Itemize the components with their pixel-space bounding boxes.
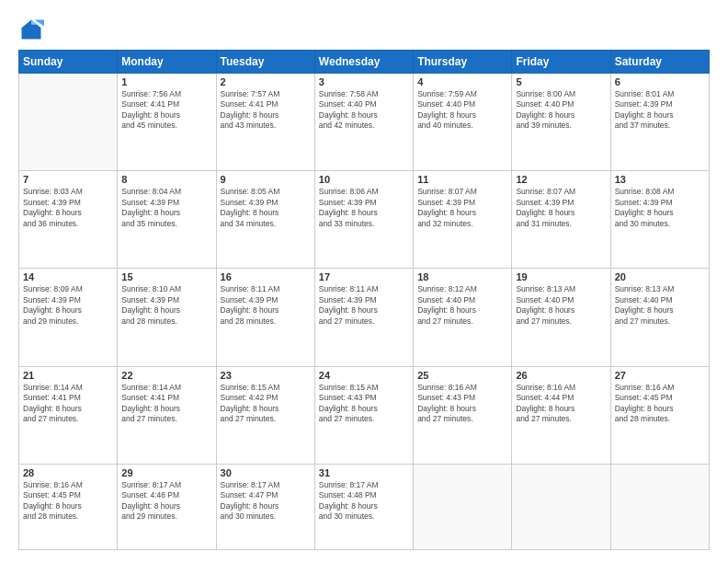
day-info: Sunrise: 8:17 AM Sunset: 4:48 PM Dayligh… xyxy=(319,480,409,523)
day-info: Sunrise: 8:04 AM Sunset: 4:39 PM Dayligh… xyxy=(121,187,211,229)
calendar-day-cell: 19Sunrise: 8:13 AM Sunset: 4:40 PM Dayli… xyxy=(512,269,610,366)
calendar-week-row: 28Sunrise: 8:16 AM Sunset: 4:45 PM Dayli… xyxy=(19,464,710,549)
logo xyxy=(18,17,48,42)
calendar-table: SundayMondayTuesdayWednesdayThursdayFrid… xyxy=(18,50,710,550)
day-number: 16 xyxy=(221,271,311,282)
calendar-day-cell: 17Sunrise: 8:11 AM Sunset: 4:39 PM Dayli… xyxy=(314,269,413,366)
day-number: 15 xyxy=(121,271,211,282)
calendar-day-cell xyxy=(610,464,709,549)
calendar-day-cell: 2Sunrise: 7:57 AM Sunset: 4:41 PM Daylig… xyxy=(216,74,314,171)
calendar-day-cell: 4Sunrise: 7:59 AM Sunset: 4:40 PM Daylig… xyxy=(414,74,512,171)
calendar-day-cell: 30Sunrise: 8:17 AM Sunset: 4:47 PM Dayli… xyxy=(216,464,314,549)
day-number: 3 xyxy=(319,76,409,87)
calendar-day-cell: 13Sunrise: 8:08 AM Sunset: 4:39 PM Dayli… xyxy=(610,171,709,269)
calendar-day-cell xyxy=(414,464,512,549)
day-info: Sunrise: 8:14 AM Sunset: 4:41 PM Dayligh… xyxy=(23,383,113,425)
calendar-day-cell: 12Sunrise: 8:07 AM Sunset: 4:39 PM Dayli… xyxy=(512,171,610,269)
calendar-day-cell xyxy=(19,74,118,171)
day-number: 9 xyxy=(221,174,311,185)
day-number: 7 xyxy=(23,174,113,185)
calendar-day-cell: 18Sunrise: 8:12 AM Sunset: 4:40 PM Dayli… xyxy=(414,269,512,366)
day-info: Sunrise: 7:59 AM Sunset: 4:40 PM Dayligh… xyxy=(417,89,507,132)
day-info: Sunrise: 8:13 AM Sunset: 4:40 PM Dayligh… xyxy=(516,284,606,327)
calendar-day-cell: 3Sunrise: 7:58 AM Sunset: 4:40 PM Daylig… xyxy=(314,74,413,171)
day-number: 13 xyxy=(615,174,705,185)
day-info: Sunrise: 8:15 AM Sunset: 4:43 PM Dayligh… xyxy=(319,383,409,425)
calendar-day-cell: 10Sunrise: 8:06 AM Sunset: 4:39 PM Dayli… xyxy=(314,171,413,269)
day-info: Sunrise: 8:17 AM Sunset: 4:46 PM Dayligh… xyxy=(121,480,211,523)
calendar-day-cell: 15Sunrise: 8:10 AM Sunset: 4:39 PM Dayli… xyxy=(118,269,216,366)
day-info: Sunrise: 7:58 AM Sunset: 4:40 PM Dayligh… xyxy=(319,89,409,132)
calendar-day-cell: 25Sunrise: 8:16 AM Sunset: 4:43 PM Dayli… xyxy=(414,366,512,464)
day-number: 22 xyxy=(121,370,211,381)
calendar-day-cell: 14Sunrise: 8:09 AM Sunset: 4:39 PM Dayli… xyxy=(19,269,118,366)
calendar-header-row: SundayMondayTuesdayWednesdayThursdayFrid… xyxy=(19,51,710,74)
calendar-day-cell: 24Sunrise: 8:15 AM Sunset: 4:43 PM Dayli… xyxy=(314,366,413,464)
day-info: Sunrise: 8:06 AM Sunset: 4:39 PM Dayligh… xyxy=(319,187,409,229)
day-of-week-header: Friday xyxy=(512,51,610,74)
day-number: 25 xyxy=(417,370,507,381)
calendar-day-cell: 28Sunrise: 8:16 AM Sunset: 4:45 PM Dayli… xyxy=(19,464,118,549)
day-number: 6 xyxy=(615,76,705,87)
calendar-day-cell: 11Sunrise: 8:07 AM Sunset: 4:39 PM Dayli… xyxy=(414,171,512,269)
day-of-week-header: Tuesday xyxy=(216,51,314,74)
day-info: Sunrise: 7:57 AM Sunset: 4:41 PM Dayligh… xyxy=(221,89,311,132)
day-info: Sunrise: 8:11 AM Sunset: 4:39 PM Dayligh… xyxy=(221,284,311,327)
day-info: Sunrise: 8:13 AM Sunset: 4:40 PM Dayligh… xyxy=(615,284,705,327)
calendar-day-cell xyxy=(512,464,610,549)
day-number: 23 xyxy=(221,370,311,381)
day-info: Sunrise: 8:08 AM Sunset: 4:39 PM Dayligh… xyxy=(615,187,705,229)
day-number: 14 xyxy=(23,271,113,282)
day-number: 20 xyxy=(615,271,705,282)
day-info: Sunrise: 8:11 AM Sunset: 4:39 PM Dayligh… xyxy=(319,284,409,327)
day-info: Sunrise: 8:03 AM Sunset: 4:39 PM Dayligh… xyxy=(23,187,113,229)
day-number: 30 xyxy=(221,467,311,478)
calendar-day-cell: 21Sunrise: 8:14 AM Sunset: 4:41 PM Dayli… xyxy=(19,366,118,464)
calendar-day-cell: 6Sunrise: 8:01 AM Sunset: 4:39 PM Daylig… xyxy=(610,74,709,171)
day-of-week-header: Monday xyxy=(118,51,216,74)
day-number: 11 xyxy=(417,174,507,185)
calendar-day-cell: 26Sunrise: 8:16 AM Sunset: 4:44 PM Dayli… xyxy=(512,366,610,464)
day-info: Sunrise: 8:16 AM Sunset: 4:45 PM Dayligh… xyxy=(23,480,113,523)
day-number: 28 xyxy=(23,467,113,478)
day-number: 12 xyxy=(516,174,606,185)
day-number: 29 xyxy=(121,467,211,478)
page: SundayMondayTuesdayWednesdayThursdayFrid… xyxy=(0,0,728,563)
day-number: 31 xyxy=(319,467,409,478)
day-info: Sunrise: 8:16 AM Sunset: 4:44 PM Dayligh… xyxy=(516,383,606,425)
calendar-day-cell: 20Sunrise: 8:13 AM Sunset: 4:40 PM Dayli… xyxy=(610,269,709,366)
day-of-week-header: Thursday xyxy=(414,51,512,74)
calendar-day-cell: 16Sunrise: 8:11 AM Sunset: 4:39 PM Dayli… xyxy=(216,269,314,366)
day-info: Sunrise: 8:09 AM Sunset: 4:39 PM Dayligh… xyxy=(23,284,113,327)
calendar-day-cell: 5Sunrise: 8:00 AM Sunset: 4:40 PM Daylig… xyxy=(512,74,610,171)
day-info: Sunrise: 8:07 AM Sunset: 4:39 PM Dayligh… xyxy=(417,187,507,229)
day-number: 24 xyxy=(319,370,409,381)
day-info: Sunrise: 7:56 AM Sunset: 4:41 PM Dayligh… xyxy=(121,89,211,132)
calendar-week-row: 14Sunrise: 8:09 AM Sunset: 4:39 PM Dayli… xyxy=(19,269,710,366)
day-number: 1 xyxy=(121,76,211,87)
day-number: 4 xyxy=(417,76,507,87)
calendar-week-row: 7Sunrise: 8:03 AM Sunset: 4:39 PM Daylig… xyxy=(19,171,710,269)
calendar-day-cell: 27Sunrise: 8:16 AM Sunset: 4:45 PM Dayli… xyxy=(610,366,709,464)
calendar-day-cell: 9Sunrise: 8:05 AM Sunset: 4:39 PM Daylig… xyxy=(216,171,314,269)
day-info: Sunrise: 8:10 AM Sunset: 4:39 PM Dayligh… xyxy=(121,284,211,327)
day-of-week-header: Wednesday xyxy=(314,51,413,74)
day-info: Sunrise: 8:17 AM Sunset: 4:47 PM Dayligh… xyxy=(221,480,311,523)
day-info: Sunrise: 8:01 AM Sunset: 4:39 PM Dayligh… xyxy=(615,89,705,132)
calendar-week-row: 1Sunrise: 7:56 AM Sunset: 4:41 PM Daylig… xyxy=(19,74,710,171)
day-info: Sunrise: 8:00 AM Sunset: 4:40 PM Dayligh… xyxy=(516,89,606,132)
calendar-day-cell: 7Sunrise: 8:03 AM Sunset: 4:39 PM Daylig… xyxy=(19,171,118,269)
day-info: Sunrise: 8:05 AM Sunset: 4:39 PM Dayligh… xyxy=(221,187,311,229)
calendar-day-cell: 23Sunrise: 8:15 AM Sunset: 4:42 PM Dayli… xyxy=(216,366,314,464)
day-number: 19 xyxy=(516,271,606,282)
day-info: Sunrise: 8:14 AM Sunset: 4:41 PM Dayligh… xyxy=(121,383,211,425)
day-number: 10 xyxy=(319,174,409,185)
day-info: Sunrise: 8:16 AM Sunset: 4:45 PM Dayligh… xyxy=(615,383,705,425)
day-number: 8 xyxy=(121,174,211,185)
day-info: Sunrise: 8:12 AM Sunset: 4:40 PM Dayligh… xyxy=(417,284,507,327)
day-info: Sunrise: 8:16 AM Sunset: 4:43 PM Dayligh… xyxy=(417,383,507,425)
calendar-day-cell: 8Sunrise: 8:04 AM Sunset: 4:39 PM Daylig… xyxy=(118,171,216,269)
day-info: Sunrise: 8:07 AM Sunset: 4:39 PM Dayligh… xyxy=(516,187,606,229)
day-of-week-header: Saturday xyxy=(610,51,709,74)
day-of-week-header: Sunday xyxy=(19,51,118,74)
